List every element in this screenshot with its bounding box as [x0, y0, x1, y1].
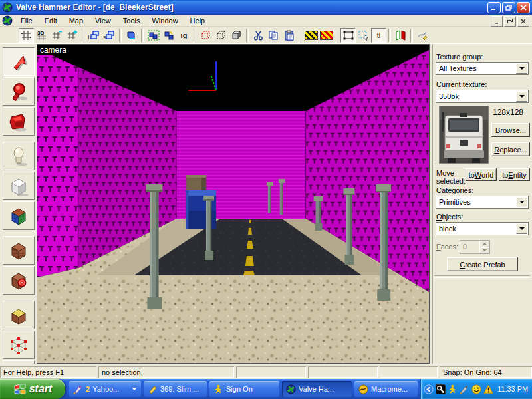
save-window-state-button[interactable]: s	[102, 28, 117, 43]
select-box-mode-button[interactable]	[340, 28, 356, 43]
camera-tool-button[interactable]	[3, 107, 35, 136]
replace-button[interactable]: Replace...	[491, 142, 530, 156]
copy-button[interactable]	[266, 28, 281, 43]
menu-map[interactable]: Map	[63, 15, 89, 26]
minimize-button[interactable]	[487, 2, 501, 13]
taskbar-task-yahoo[interactable]: 2 Yahoo...	[69, 381, 141, 397]
toolbar-separator	[388, 29, 391, 42]
apply-texture-tool-button[interactable]	[3, 236, 35, 265]
chevron-down-icon[interactable]	[516, 197, 527, 207]
hide-unselected-button[interactable]	[213, 28, 229, 43]
clipping-tool-button[interactable]	[3, 301, 35, 329]
rocket-tray-icon[interactable]	[460, 384, 469, 394]
toolbar-separator	[194, 29, 196, 42]
categories-combobox[interactable]: Primitives	[436, 196, 529, 209]
aim-tray-icon[interactable]	[448, 384, 458, 394]
menu-edit[interactable]: Edit	[39, 15, 63, 26]
restore-button[interactable]	[502, 2, 515, 13]
cut-button[interactable]	[251, 28, 266, 43]
close-button[interactable]	[517, 2, 530, 13]
flip-objects-button[interactable]	[393, 28, 408, 43]
taskbar-task-macromedia[interactable]: Macrome...	[354, 381, 418, 397]
status-zoom	[380, 366, 438, 378]
objects-combobox[interactable]: block	[436, 222, 529, 235]
hide-selected-button[interactable]	[198, 28, 213, 43]
block-tool-button[interactable]	[3, 172, 35, 200]
selection-tool-button[interactable]	[3, 47, 35, 76]
load-window-state-button[interactable]: L	[86, 28, 102, 43]
taskbar-clock[interactable]: 11:33 PM	[497, 385, 528, 393]
tray-collapse-chevron-icon[interactable]	[424, 384, 434, 394]
ignore-groups-button[interactable]: ig	[176, 28, 192, 43]
vertex-tool-button[interactable]	[3, 331, 35, 359]
toolbar-separator	[410, 29, 413, 42]
to-world-button[interactable]: toWorld	[466, 168, 497, 181]
carve-button[interactable]	[124, 28, 139, 43]
spinner-down-icon[interactable]	[479, 247, 489, 254]
spinner-up-icon[interactable]	[479, 241, 489, 247]
taskbar-task-sign-on[interactable]: Sign On	[209, 381, 279, 397]
taskbar-task-valve-hammer[interactable]: Valve Ha...	[282, 381, 352, 397]
menu-window[interactable]: Window	[146, 15, 184, 26]
taskbar-task-369-slim[interactable]: 369. Slim ...	[144, 381, 207, 397]
app-icon	[2, 2, 13, 13]
yahoo-messenger-icon	[73, 384, 83, 394]
texture-group-combobox[interactable]: All Textures	[436, 62, 529, 75]
apply-decals-tool-button[interactable]	[3, 266, 35, 295]
toolbar-separator	[336, 29, 338, 42]
cordon-stripes-icon	[305, 31, 318, 40]
smiley-tray-icon[interactable]	[471, 384, 481, 394]
main-toolbar: 3D L s ig	[0, 27, 532, 44]
faces-spinner[interactable]: 0	[460, 240, 490, 254]
save-glyph: s	[103, 34, 106, 41]
ignore-groups-glyph: ig	[181, 31, 188, 39]
cordon-edit-button[interactable]	[303, 28, 319, 43]
status-help: For Help, press F1	[0, 366, 96, 378]
mdi-minimize-button[interactable]	[491, 16, 503, 27]
objects-value: block	[436, 225, 515, 233]
chevron-down-icon[interactable]	[516, 223, 527, 234]
menu-tools[interactable]: Tools	[117, 15, 146, 26]
texture-size-label: 128x128	[493, 108, 523, 117]
status-size	[308, 366, 378, 378]
menu-help[interactable]: Help	[184, 15, 211, 26]
menu-file[interactable]: File	[15, 15, 39, 26]
run-map-button[interactable]	[415, 28, 430, 43]
chevron-down-icon[interactable]	[516, 63, 527, 74]
show-hidden-button[interactable]	[229, 28, 244, 43]
mdi-close-button[interactable]	[517, 16, 529, 27]
to-entity-button[interactable]: toEntity	[499, 168, 530, 181]
texture-lock-button[interactable]: tl	[371, 28, 386, 43]
faces-value: 0	[460, 241, 479, 253]
create-prefab-button[interactable]: Create Prefab	[447, 257, 518, 271]
smaller-grid-button[interactable]	[49, 28, 65, 43]
toggle-grid-button[interactable]	[19, 28, 34, 43]
start-button[interactable]: start	[0, 379, 65, 399]
panel-divider	[434, 275, 530, 278]
3d-viewport[interactable]: camera	[37, 44, 430, 364]
object-bar: Texture group: All Textures Current text…	[433, 44, 532, 364]
entity-tool-button[interactable]	[3, 142, 35, 170]
paste-button[interactable]	[281, 28, 297, 43]
menu-view[interactable]: View	[89, 15, 117, 26]
magnify-tool-button[interactable]	[3, 77, 35, 106]
toggle-3d-grid-button[interactable]: 3D	[34, 28, 49, 43]
steam-icon[interactable]	[436, 384, 446, 394]
group-button[interactable]	[146, 28, 161, 43]
mdi-restore-button[interactable]	[504, 16, 516, 27]
mdi-document-icon[interactable]	[2, 15, 13, 26]
larger-grid-button[interactable]	[65, 28, 80, 43]
toolbar-separator	[299, 29, 301, 42]
texture-application-tool-button[interactable]	[3, 201, 35, 230]
chevron-down-icon[interactable]	[516, 91, 527, 102]
cordon-toggle-button[interactable]	[319, 28, 334, 43]
select-touching-button[interactable]	[356, 28, 371, 43]
camera-view-label[interactable]: camera	[37, 45, 78, 55]
chevron-down-icon[interactable]	[132, 388, 137, 390]
texture-lock-glyph: tl	[377, 31, 381, 39]
warning-tray-icon[interactable]	[483, 384, 493, 394]
tool-palette	[0, 44, 37, 364]
ungroup-button[interactable]	[161, 28, 176, 43]
browse-button[interactable]: Browse...	[491, 123, 530, 137]
current-texture-combobox[interactable]: 350bk	[436, 90, 529, 103]
